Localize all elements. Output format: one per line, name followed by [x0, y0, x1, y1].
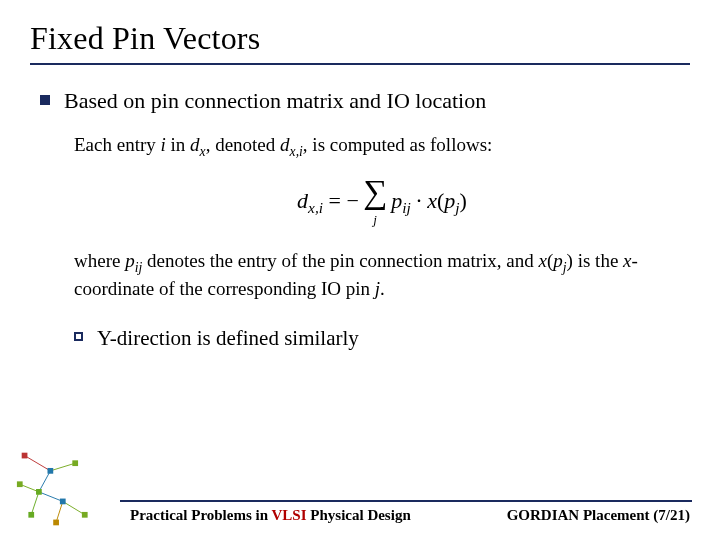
- bullet-2-text: Y-direction is defined similarly: [97, 325, 359, 352]
- xfn: x: [427, 187, 437, 212]
- text: where: [74, 250, 125, 271]
- text: , denoted: [206, 134, 280, 155]
- footer-divider: [120, 500, 692, 502]
- pj-p: p: [444, 187, 455, 212]
- svg-rect-16: [72, 460, 78, 466]
- post-xcoord: x: [623, 250, 631, 271]
- text: is the: [573, 250, 623, 271]
- svg-rect-11: [17, 481, 23, 487]
- svg-rect-13: [60, 499, 66, 505]
- footer-left-b: Physical Design: [307, 507, 411, 523]
- sub-ij: ij: [402, 198, 411, 215]
- svg-rect-8: [22, 453, 28, 459]
- footer-left: Practical Problems in VLSI Physical Desi…: [130, 507, 411, 524]
- footer-left-a: Practical Problems in: [130, 507, 272, 523]
- text: .: [380, 278, 385, 299]
- lhs-sub: x,i: [308, 198, 323, 215]
- footer-right: GORDIAN Placement (7/21): [507, 507, 690, 524]
- svg-rect-9: [47, 468, 53, 474]
- math-intro-line: Each entry i in dx, denoted dx,i, is com…: [74, 132, 690, 303]
- slide-body: Based on pin connection matrix and IO lo…: [30, 87, 690, 352]
- svg-line-1: [39, 471, 50, 492]
- post-p: p: [125, 250, 135, 271]
- equals-minus: = −: [323, 187, 359, 212]
- cdot: ·: [411, 187, 428, 212]
- bullet-row-1: Based on pin connection matrix and IO lo…: [40, 87, 690, 116]
- sum-lower: j: [363, 211, 387, 229]
- var-d2: d: [280, 134, 290, 155]
- text: , is computed as follows:: [303, 134, 492, 155]
- formula: dx,i = −∑jpij · x(pj): [74, 175, 690, 230]
- footer: Practical Problems in VLSI Physical Desi…: [0, 507, 720, 524]
- lhs-d: d: [297, 187, 308, 212]
- text: in: [166, 134, 190, 155]
- svg-rect-10: [36, 489, 42, 495]
- post-pj-p: p: [553, 250, 563, 271]
- slide: Fixed Pin Vectors Based on pin connectio…: [0, 0, 720, 540]
- svg-line-7: [50, 463, 75, 471]
- svg-line-0: [25, 456, 51, 471]
- sum-icon: ∑j: [363, 175, 387, 230]
- footer-vlsi: VLSI: [272, 507, 307, 523]
- rparen: ): [460, 187, 467, 212]
- sub-xi: x,i: [290, 143, 303, 158]
- p: p: [391, 187, 402, 212]
- text: Each entry: [74, 134, 161, 155]
- hollow-square-bullet-icon: [74, 332, 83, 341]
- square-bullet-icon: [40, 95, 50, 105]
- post-x: x: [539, 250, 547, 271]
- var-d: d: [190, 134, 200, 155]
- bullet-row-2: Y-direction is defined similarly: [74, 325, 690, 352]
- text: denotes the entry of the pin connection …: [142, 250, 538, 271]
- sigma-icon: ∑: [363, 173, 387, 210]
- svg-line-4: [39, 492, 63, 502]
- bullet-1-text: Based on pin connection matrix and IO lo…: [64, 87, 486, 116]
- slide-title: Fixed Pin Vectors: [30, 20, 690, 65]
